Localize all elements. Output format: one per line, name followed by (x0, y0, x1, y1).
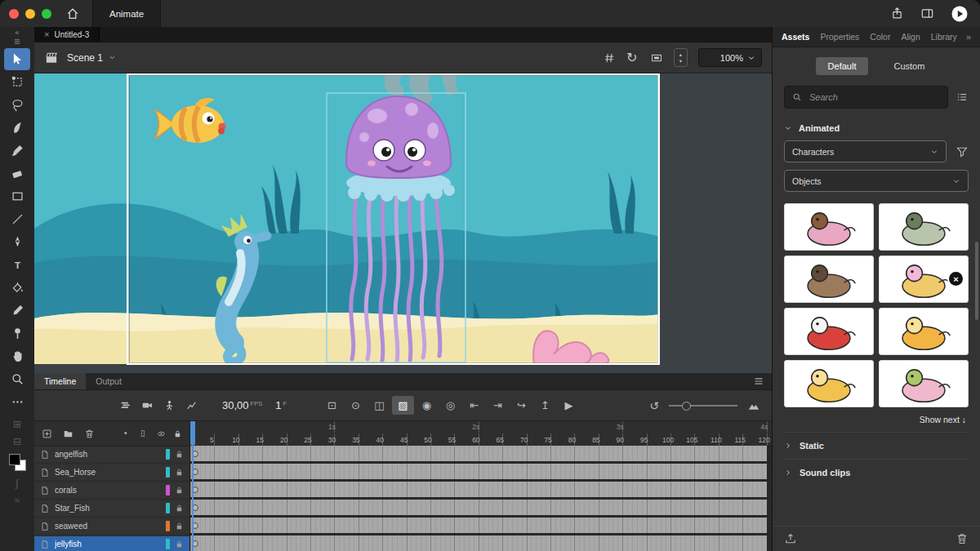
paint-bucket-tool[interactable] (4, 277, 30, 299)
eraser-tool[interactable] (4, 162, 30, 184)
layer-row-seaweed[interactable]: seaweed (34, 518, 189, 534)
wave-icon[interactable]: ≈ (15, 495, 20, 505)
custom-tab[interactable]: Custom (881, 57, 937, 75)
export-frame-button[interactable]: ↥ (534, 396, 556, 415)
stage-size-stepper[interactable]: ▴▾ (674, 48, 688, 67)
show-next-link[interactable]: Show next ↓ (784, 415, 969, 424)
visibility-column-icon[interactable] (157, 429, 166, 438)
close-tab-icon[interactable]: × (44, 29, 49, 39)
app-tab-animate[interactable]: Animate (92, 0, 161, 27)
curve-easing-icon[interactable]: ∫ (16, 478, 18, 488)
timeline-zoom-slider[interactable] (669, 405, 737, 407)
add-camera-button[interactable] (141, 399, 154, 411)
filter-icon[interactable] (956, 145, 969, 158)
scrollbar[interactable] (975, 242, 978, 320)
play-button[interactable]: ▶ (558, 396, 580, 415)
panel-tab-color[interactable]: Color (870, 32, 890, 42)
frames-row-angelfish[interactable] (190, 446, 767, 461)
snap-grid-icon[interactable] (603, 51, 616, 64)
layer-row-jellyfish[interactable]: jellyfish (34, 536, 189, 551)
graph-editor-button[interactable] (185, 399, 198, 411)
stage-canvas[interactable] (34, 73, 772, 373)
search-field[interactable] (784, 86, 948, 109)
lock-column-icon[interactable] (173, 429, 182, 438)
tab-timeline[interactable]: Timeline (34, 373, 86, 389)
loop-range-button[interactable]: ⊙ (345, 396, 367, 415)
prev-keyframe-button[interactable]: ⇤ (463, 396, 485, 415)
lock-icon[interactable] (175, 540, 184, 549)
text-tool[interactable] (4, 254, 30, 276)
close-window-button[interactable] (9, 9, 19, 19)
rectangle-tool[interactable] (4, 185, 30, 207)
workspace-icon[interactable] (920, 7, 934, 20)
section-animated[interactable]: Animated (784, 123, 969, 133)
frame-rate-control[interactable]: 30,00 FPS (222, 399, 262, 411)
asset-thumbnail-yellow-dog-running[interactable] (879, 308, 969, 355)
stroke-color-swatch[interactable] (9, 454, 20, 465)
lock-icon[interactable] (175, 486, 184, 495)
free-transform-tool[interactable] (4, 71, 30, 93)
delete-layer-button[interactable] (84, 429, 95, 439)
zoom-tool[interactable] (4, 368, 30, 390)
frames-row-Sea_Horse[interactable] (190, 464, 767, 479)
layer-view-button[interactable] (119, 399, 131, 411)
layer-parenting-button[interactable] (163, 399, 176, 411)
lock-icon[interactable] (175, 504, 184, 513)
onion-marker-icon[interactable]: ⊞ (13, 420, 21, 429)
slider-knob[interactable] (682, 402, 691, 411)
frame-picker-icon[interactable]: ⊟ (13, 437, 21, 447)
asset-thumbnail-wolf[interactable] (784, 256, 874, 303)
asset-thumbnail-pink-jellyfish[interactable] (879, 360, 969, 407)
line-tool[interactable] (4, 208, 30, 230)
asset-thumbnail-yellow-dog-sitting[interactable] (784, 360, 874, 407)
scene-name[interactable]: Scene 1 (67, 52, 103, 64)
home-icon[interactable] (66, 7, 79, 20)
characters-dropdown[interactable]: Characters (784, 140, 947, 162)
asset-thumbnail-santa-claus[interactable] (784, 308, 874, 355)
layer-row-corals[interactable]: corals (34, 482, 189, 498)
highlight-column-icon[interactable]: • (124, 429, 133, 438)
layer-row-angelfish[interactable]: angelfish (34, 447, 189, 462)
current-frame-control[interactable]: 1 F (275, 399, 287, 411)
quick-publish-icon[interactable] (951, 5, 969, 23)
classic-brush-tool[interactable] (4, 140, 30, 162)
hand-tool[interactable] (4, 345, 30, 367)
edit-multiple-frames-button[interactable]: ▨ (392, 396, 414, 415)
lock-icon[interactable] (175, 522, 184, 531)
upload-asset-icon[interactable] (784, 532, 797, 545)
clip-bounds-icon[interactable] (650, 51, 663, 64)
step-forward-button[interactable]: ↪ (510, 396, 532, 415)
asset-thumbnail-monkey-on-pig[interactable] (784, 203, 874, 251)
lock-icon[interactable] (175, 450, 184, 459)
tab-output[interactable]: Output (86, 373, 131, 389)
layer-row-Sea_Horse[interactable]: Sea_Horse (34, 464, 189, 480)
frames-row-Star_Fish[interactable] (190, 500, 767, 515)
onion-skin-button[interactable]: ◉ (416, 396, 438, 415)
view-options-icon[interactable] (956, 91, 969, 104)
frames-row-seaweed[interactable] (190, 518, 767, 533)
search-input[interactable] (808, 91, 940, 103)
frames-row-corals[interactable] (190, 482, 767, 497)
chevron-down-icon[interactable] (109, 54, 116, 61)
minimize-window-button[interactable] (25, 9, 35, 19)
loop-button[interactable]: ↺ (649, 400, 659, 411)
edit-toolbar-button[interactable] (4, 391, 30, 413)
asset-thumbnail-snail[interactable]: × (879, 256, 969, 303)
panel-menu-icon[interactable] (753, 375, 764, 387)
maximize-window-button[interactable] (42, 9, 51, 19)
eyedropper-tool[interactable] (4, 300, 30, 322)
panel-tab-align[interactable]: Align (901, 32, 920, 42)
rotation-icon[interactable]: ↻ (626, 51, 639, 64)
panel-tab-properties[interactable]: Properties (820, 32, 859, 42)
new-layer-button[interactable] (42, 429, 52, 439)
new-folder-button[interactable] (63, 429, 74, 439)
panel-menu-icon[interactable] (13, 38, 21, 46)
lasso-tool[interactable] (4, 94, 30, 116)
next-keyframe-button[interactable]: ⇥ (487, 396, 509, 415)
collapse-panel-icon[interactable]: « (15, 29, 19, 37)
zoom-level-select[interactable]: 100% (698, 48, 762, 67)
selection-tool[interactable] (4, 48, 30, 70)
layer-row-Star_Fish[interactable]: Star_Fish (34, 500, 189, 516)
center-frame-button[interactable]: ⊡ (321, 396, 343, 415)
color-swatch[interactable] (9, 454, 26, 471)
